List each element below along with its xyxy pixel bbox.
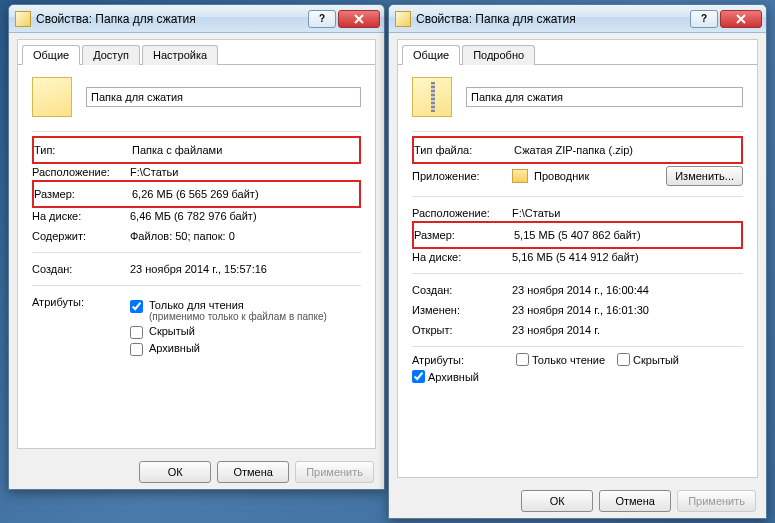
client-area: Общие Подробно Тип файла:Сжатая ZIP-папк…: [397, 39, 758, 478]
folder-icon: [15, 11, 31, 27]
tabs: Общие Доступ Настройка: [18, 40, 375, 65]
value-created: 23 ноября 2014 г., 16:00:44: [512, 284, 743, 296]
label-filetype: Тип файла:: [414, 144, 514, 156]
tab-details[interactable]: Подробно: [462, 45, 535, 65]
help-button[interactable]: ?: [308, 10, 336, 28]
change-app-button[interactable]: Изменить...: [666, 166, 743, 186]
label-created: Создан:: [32, 263, 130, 275]
highlight-type: Тип:Папка с файлами: [32, 136, 361, 164]
value-type: Папка с файлами: [132, 144, 359, 156]
highlight-size: Размер:6,26 МБ (6 565 269 байт): [32, 180, 361, 208]
label-location: Расположение:: [32, 166, 130, 178]
checkbox-readonly[interactable]: [516, 353, 529, 366]
client-area: Общие Доступ Настройка Тип:Папка с файла…: [17, 39, 376, 449]
value-ondisk: 6,46 МБ (6 782 976 байт): [130, 210, 361, 222]
highlight-size: Размер:5,15 МБ (5 407 862 байт): [412, 221, 743, 249]
label-ondisk: На диске:: [32, 210, 130, 222]
value-contains: Файлов: 50; папок: 0: [130, 230, 361, 242]
close-button[interactable]: [338, 10, 380, 28]
label-app: Приложение:: [412, 170, 512, 182]
label-location: Расположение:: [412, 207, 512, 219]
checkbox-readonly-sub: (применимо только к файлам в папке): [149, 311, 327, 322]
button-row: ОК Отмена Применить: [389, 490, 766, 512]
button-row: ОК Отмена Применить: [9, 461, 384, 483]
titlebar[interactable]: Свойства: Папка для сжатия ?: [9, 5, 384, 33]
checkbox-archive[interactable]: [412, 370, 425, 383]
label-created: Создан:: [412, 284, 512, 296]
label-contains: Содержит:: [32, 230, 130, 242]
checkbox-hidden-label: Скрытый: [149, 325, 195, 337]
value-size: 5,15 МБ (5 407 862 байт): [514, 229, 741, 241]
name-input[interactable]: [86, 87, 361, 107]
help-button[interactable]: ?: [690, 10, 718, 28]
properties-window-folder: Свойства: Папка для сжатия ? Общие Досту…: [8, 4, 385, 490]
checkbox-readonly[interactable]: [130, 300, 143, 313]
checkbox-hidden[interactable]: [130, 326, 143, 339]
cancel-button[interactable]: Отмена: [599, 490, 671, 512]
ok-button[interactable]: ОК: [139, 461, 211, 483]
label-size: Размер:: [414, 229, 514, 241]
zip-icon: [395, 11, 411, 27]
highlight-filetype: Тип файла:Сжатая ZIP-папка (.zip): [412, 136, 743, 164]
checkbox-archive[interactable]: [130, 343, 143, 356]
properties-window-zip: Свойства: Папка для сжатия ? Общие Подро…: [388, 4, 767, 519]
ok-button[interactable]: ОК: [521, 490, 593, 512]
value-location: F:\Статьи: [130, 166, 361, 178]
label-opened: Открыт:: [412, 324, 512, 336]
zip-large-icon: [412, 77, 452, 117]
tabs: Общие Подробно: [398, 40, 757, 65]
panel-general: Тип файла:Сжатая ZIP-папка (.zip) Прилож…: [398, 65, 757, 395]
window-title: Свойства: Папка для сжатия: [36, 12, 308, 26]
value-created: 23 ноября 2014 г., 15:57:16: [130, 263, 361, 275]
checkbox-hidden[interactable]: [617, 353, 630, 366]
checkbox-archive-label: Архивный: [428, 371, 479, 383]
value-location: F:\Статьи: [512, 207, 743, 219]
value-ondisk: 5,16 МБ (5 414 912 байт): [512, 251, 743, 263]
value-app: Проводник: [534, 170, 666, 182]
window-title: Свойства: Папка для сжатия: [416, 12, 690, 26]
close-button[interactable]: [720, 10, 762, 28]
label-attributes: Атрибуты:: [32, 296, 130, 359]
explorer-icon: [512, 169, 528, 183]
value-size: 6,26 МБ (6 565 269 байт): [132, 188, 359, 200]
apply-button[interactable]: Применить: [677, 490, 756, 512]
value-modified: 23 ноября 2014 г., 16:01:30: [512, 304, 743, 316]
apply-button[interactable]: Применить: [295, 461, 374, 483]
checkbox-readonly-label: Только чтение: [532, 354, 605, 366]
label-attributes: Атрибуты:: [412, 354, 512, 366]
name-input[interactable]: [466, 87, 743, 107]
value-opened: 23 ноября 2014 г.: [512, 324, 743, 336]
label-ondisk: На диске:: [412, 251, 512, 263]
folder-large-icon: [32, 77, 72, 117]
checkbox-archive-label: Архивный: [149, 342, 200, 354]
tab-general[interactable]: Общие: [22, 45, 80, 65]
tab-customize[interactable]: Настройка: [142, 45, 218, 65]
label-size: Размер:: [34, 188, 132, 200]
tab-general[interactable]: Общие: [402, 45, 460, 65]
cancel-button[interactable]: Отмена: [217, 461, 289, 483]
checkbox-readonly-label: Только для чтения: [149, 299, 244, 311]
label-type: Тип:: [34, 144, 132, 156]
tab-sharing[interactable]: Доступ: [82, 45, 140, 65]
value-filetype: Сжатая ZIP-папка (.zip): [514, 144, 741, 156]
label-modified: Изменен:: [412, 304, 512, 316]
titlebar[interactable]: Свойства: Папка для сжатия ?: [389, 5, 766, 33]
checkbox-hidden-label: Скрытый: [633, 354, 679, 366]
panel-general: Тип:Папка с файлами Расположение:F:\Стат…: [18, 65, 375, 375]
